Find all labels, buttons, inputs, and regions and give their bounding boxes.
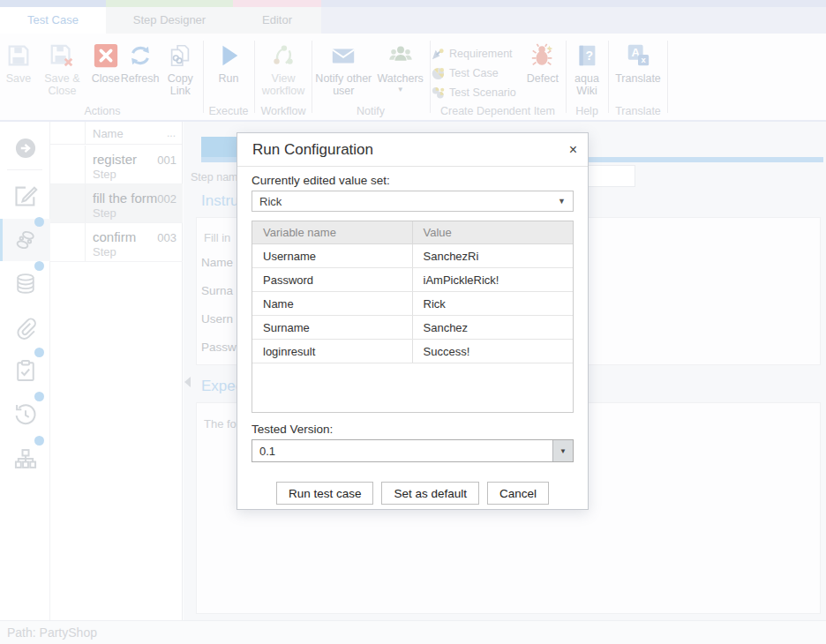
app-window: Test Case Step Designer Editor Save Save… xyxy=(0,0,826,644)
table-row[interactable]: loginresult Success! xyxy=(252,340,573,363)
step-row-fill-the-form[interactable]: 002 fill the form Step xyxy=(50,184,183,223)
defect-button[interactable]: Defect xyxy=(522,41,564,85)
close-icon[interactable]: × xyxy=(569,141,577,159)
column-header-name[interactable]: Name xyxy=(93,127,124,140)
create-requirement-item[interactable]: Requirement xyxy=(432,46,516,62)
tested-version-combo[interactable]: 0.1 ▼ xyxy=(252,439,574,462)
go-arrow-icon[interactable] xyxy=(13,136,38,161)
aqua-wiki-button[interactable]: ? aqua Wiki xyxy=(567,41,606,97)
instructions-heading: Instru xyxy=(201,192,239,210)
column-header-index[interactable]: ... xyxy=(167,127,176,139)
group-label-notify: Notify xyxy=(313,105,428,117)
set-as-default-button[interactable]: Set as default xyxy=(381,482,479,505)
left-sidebar xyxy=(0,122,50,620)
close-red-icon xyxy=(91,41,121,71)
history-clock-icon[interactable] xyxy=(13,402,38,427)
step-row-confirm[interactable]: 003 confirm Step xyxy=(50,223,183,262)
form-label-password: Passw xyxy=(201,341,237,354)
value-set-label: Currently edited value set: xyxy=(252,174,574,187)
save-button[interactable]: Save xyxy=(4,41,34,85)
save-and-close-button[interactable]: Save & Close xyxy=(34,41,91,97)
wiki-book-icon: ? xyxy=(572,41,602,71)
refresh-icon xyxy=(125,41,155,71)
table-row[interactable]: Name Rick xyxy=(252,292,573,316)
tab-strip-testcase xyxy=(0,0,106,7)
cancel-button[interactable]: Cancel xyxy=(487,482,549,505)
step-row-register[interactable]: 001 register Step xyxy=(50,146,183,184)
variables-table: Variable name Value Username SanchezRi P… xyxy=(252,221,574,413)
sitemap-icon[interactable] xyxy=(13,446,38,471)
test-scenario-icon xyxy=(432,86,445,100)
group-label-execute: Execute xyxy=(205,105,252,117)
steps-list: ... Name 001 register Step 002 fill the … xyxy=(50,122,183,620)
history-badge xyxy=(34,392,44,401)
envelope-icon xyxy=(328,41,358,71)
dialog-header: Run Configuration × xyxy=(237,133,588,167)
tested-version-label: Tested Version: xyxy=(252,423,574,436)
svg-text:?: ? xyxy=(586,49,594,63)
table-row[interactable]: Password iAmPickleRick! xyxy=(252,268,573,292)
table-row[interactable]: Username SanchezRi xyxy=(252,244,573,268)
notify-other-user-button[interactable]: Notify other user xyxy=(314,41,372,97)
chevron-down-icon: ▼ xyxy=(397,86,404,94)
requirement-icon xyxy=(432,48,445,61)
form-label-username: Usern xyxy=(201,312,233,326)
tab-editor[interactable]: Editor xyxy=(233,7,321,34)
run-test-case-button[interactable]: Run test case xyxy=(276,482,374,505)
attachment-paperclip-icon[interactable] xyxy=(13,316,38,341)
copy-link-button[interactable]: Copy Link xyxy=(160,41,202,97)
collapse-handle-icon[interactable] xyxy=(184,377,191,387)
translate-icon: Ax xyxy=(623,41,653,71)
group-label-workflow: Workflow xyxy=(256,105,311,117)
tab-test-case[interactable]: Test Case xyxy=(0,7,106,34)
group-label-translate: Translate xyxy=(610,105,666,117)
create-test-case-item[interactable]: Test Case xyxy=(432,65,516,81)
group-label-help: Help xyxy=(567,105,606,117)
form-label-surname: Surna xyxy=(201,284,233,297)
run-icon xyxy=(214,41,244,71)
run-button[interactable]: Run xyxy=(214,41,244,85)
tab-strip-rest xyxy=(321,0,826,7)
ribbon: Save Save & Close Close xyxy=(0,34,826,122)
workflow-icon xyxy=(268,41,298,71)
test-case-icon xyxy=(432,67,445,80)
view-workflow-button[interactable]: View workflow xyxy=(256,41,311,97)
chevron-down-icon: ▼ xyxy=(558,197,566,206)
tab-strip-editor xyxy=(233,0,321,7)
clipboard-badge xyxy=(34,348,44,357)
steps-list-header: ... Name xyxy=(50,122,182,145)
ribbon-tab-bar: Test Case Step Designer Editor xyxy=(0,7,826,34)
value-set-dropdown[interactable]: Rick ▼ xyxy=(252,191,574,212)
save-icon xyxy=(4,41,34,71)
combo-dropdown-button[interactable]: ▼ xyxy=(552,440,573,461)
database-icon[interactable] xyxy=(13,272,38,296)
close-button[interactable]: Close xyxy=(91,41,121,85)
group-label-create-dependent-item: Create Dependent Item xyxy=(432,105,564,117)
watchers-button[interactable]: Watchers ▼ xyxy=(374,41,427,94)
status-bar: Path: PartyShop xyxy=(0,620,826,644)
copy-link-icon xyxy=(165,41,195,71)
refresh-button[interactable]: Refresh xyxy=(121,41,160,85)
column-variable-name[interactable]: Variable name xyxy=(252,221,413,243)
chevron-down-icon: ▼ xyxy=(559,447,567,455)
column-value[interactable]: Value xyxy=(413,226,574,239)
step-name-label: Step nam xyxy=(191,171,238,183)
save-close-icon xyxy=(47,41,77,71)
create-test-scenario-item[interactable]: Test Scenario xyxy=(432,85,516,101)
clipboard-check-icon[interactable] xyxy=(13,358,38,383)
steps-badge xyxy=(34,217,44,227)
database-badge xyxy=(34,261,44,271)
form-label-name: Name xyxy=(201,256,233,269)
svg-text:x: x xyxy=(641,56,646,64)
steps-footprints-icon[interactable] xyxy=(13,228,38,252)
translate-button[interactable]: Ax Translate xyxy=(615,41,661,85)
table-row[interactable]: Surname Sanchez xyxy=(252,316,573,340)
edit-pencil-icon[interactable] xyxy=(13,183,38,208)
variables-table-header: Variable name Value xyxy=(252,221,573,244)
defect-bug-icon xyxy=(528,41,558,71)
tab-step-designer[interactable]: Step Designer xyxy=(106,7,233,34)
sitemap-badge xyxy=(34,436,44,446)
run-configuration-dialog: Run Configuration × Currently edited val… xyxy=(237,132,589,510)
tab-strip-stepdesigner xyxy=(106,0,233,7)
group-label-actions: Actions xyxy=(4,105,201,117)
